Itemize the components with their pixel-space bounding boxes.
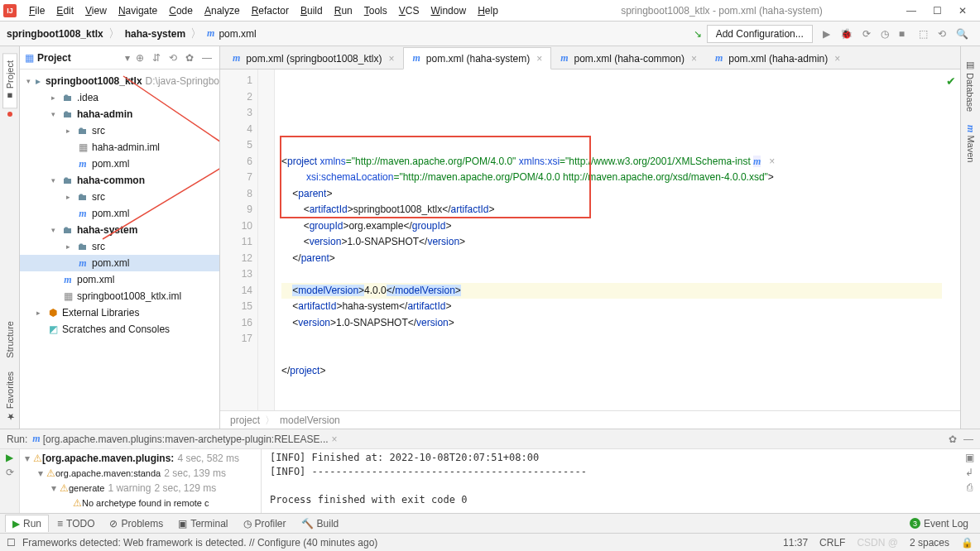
run-tree-node[interactable]: ⚠ No archetype found in remote c <box>20 496 261 510</box>
menu-edit[interactable]: Edit <box>50 2 79 19</box>
tree-node[interactable]: mpom.xml <box>20 156 219 172</box>
run-task-name[interactable]: [org.apache.maven.plugins:maven-archetyp… <box>43 434 329 445</box>
tree-node[interactable]: ▸⬢External Libraries <box>20 304 219 321</box>
menu-tools[interactable]: Tools <box>358 2 393 19</box>
breadcrumb[interactable]: springboot1008_ktlx 〉 haha-system 〉 m po… <box>7 26 257 41</box>
bottom-tab-profiler[interactable]: ◷ Profiler <box>237 515 293 532</box>
stop-icon[interactable]: ■ <box>896 26 907 42</box>
tree-node[interactable]: ▸🖿src <box>20 189 219 205</box>
hammer-icon[interactable]: ↘ <box>691 26 704 42</box>
tree-node[interactable]: ▦haha-admin.iml <box>20 139 219 156</box>
close-icon[interactable]: ✕ <box>958 5 967 17</box>
minimize-icon[interactable]: — <box>906 5 916 17</box>
tree-node[interactable]: ▦springboot1008_ktlx.iml <box>20 288 219 304</box>
tree-node[interactable]: mpom.xml <box>20 271 219 288</box>
tree-node[interactable]: ◩Scratches and Consoles <box>20 321 219 338</box>
run-output[interactable]: [INFO] Finished at: 2022-10-08T20:07:51+… <box>262 449 958 513</box>
menu-window[interactable]: Window <box>425 2 472 19</box>
run-settings-icon[interactable]: ✿ <box>949 434 957 445</box>
coverage-icon[interactable]: ⟳ <box>860 26 873 42</box>
tree-node[interactable]: ▾🖿haha-common <box>20 172 219 189</box>
favorites-toolwindow-tab[interactable]: ★ Favorites <box>2 365 17 429</box>
search-icon[interactable]: 🔍 <box>954 26 971 42</box>
tree-node[interactable]: ▾🖿haha-system <box>20 222 219 238</box>
tree-node[interactable]: ▸🖿.idea <box>20 89 219 106</box>
tree-node[interactable]: mpom.xml <box>20 205 219 222</box>
bottom-tab-problems[interactable]: ⊘ Problems <box>103 515 170 532</box>
run-icon[interactable]: ▶ <box>820 26 833 42</box>
status-watermark: CSDN @ <box>857 537 898 549</box>
editor-tab[interactable]: mpom.xml (haha-common)× <box>551 47 706 69</box>
run-tree-node[interactable]: ▾⚠ org.apache.maven:standa2 sec, 139 ms <box>20 466 261 481</box>
editor-tab[interactable]: mpom.xml (springboot1008_ktlx)× <box>223 47 403 69</box>
structure-toolwindow-tab[interactable]: Structure <box>3 314 17 365</box>
tree-root-path: D:\java-Springbo <box>146 75 219 87</box>
close-tab-icon[interactable]: × <box>834 53 840 65</box>
bookmark-icon[interactable] <box>7 112 12 117</box>
attach-icon[interactable]: ⟳ <box>6 467 14 478</box>
status-bar-icon[interactable]: ☐ <box>7 537 16 549</box>
tree-node[interactable]: ▾🖿haha-admin <box>20 106 219 122</box>
status-line-sep[interactable]: CRLF <box>819 537 845 549</box>
run-hide-icon[interactable]: — <box>963 434 973 445</box>
project-toolwindow-tab[interactable]: ■ Project <box>2 53 17 108</box>
status-indent[interactable]: 2 spaces <box>910 537 949 549</box>
menu-file[interactable]: File <box>23 2 50 19</box>
close-tab-icon[interactable]: × <box>691 53 697 65</box>
editor-tab[interactable]: mpom.xml (haha-system)× <box>403 47 551 69</box>
expand-icon[interactable]: ⟲ <box>166 52 180 64</box>
status-time: 11:37 <box>783 537 808 549</box>
menu-analyze[interactable]: Analyze <box>199 2 246 19</box>
database-toolwindow-tab[interactable]: ▤ Database <box>963 53 978 118</box>
menu-view[interactable]: View <box>79 2 113 19</box>
status-message[interactable]: Frameworks detected: Web framework is de… <box>22 537 377 549</box>
app-icon: IJ <box>3 4 17 17</box>
settings-icon[interactable]: ✿ <box>183 52 196 64</box>
menu-run[interactable]: Run <box>329 2 358 19</box>
editor-tab[interactable]: mpom.xml (haha-admin)× <box>706 47 849 69</box>
close-tab-icon[interactable]: × <box>536 53 542 65</box>
maven-toolwindow-tab[interactable]: m Maven <box>963 118 978 169</box>
soft-wrap-icon[interactable]: ↲ <box>965 467 973 478</box>
bottom-tab-todo[interactable]: ≡ TODO <box>50 515 101 532</box>
run-tree-node[interactable]: ▾⚠ [org.apache.maven.plugins:4 sec, 582 … <box>20 451 261 466</box>
hide-icon[interactable]: — <box>199 52 214 64</box>
tree-node[interactable]: mpom.xml <box>20 255 219 271</box>
debug-icon[interactable]: 🐞 <box>838 26 855 42</box>
update-icon[interactable]: ⟲ <box>935 26 949 42</box>
profile-icon[interactable]: ◷ <box>878 26 891 42</box>
tree-node[interactable]: ▸🖿src <box>20 122 219 139</box>
run-panel-label: Run: <box>7 434 27 445</box>
print-icon[interactable]: ⎙ <box>967 482 973 493</box>
locate-icon[interactable]: ⊕ <box>133 52 147 64</box>
menu-code[interactable]: Code <box>163 2 199 19</box>
editor-breadcrumb[interactable]: project〉modelVersion <box>220 410 960 429</box>
event-log-button[interactable]: 3 Event Log <box>903 515 975 532</box>
menu-build[interactable]: Build <box>295 2 329 19</box>
collapse-icon[interactable]: ⇵ <box>150 52 163 64</box>
inspection-ok-icon[interactable]: ✔ <box>946 74 956 88</box>
breadcrumb-module[interactable]: haha-system <box>125 28 185 40</box>
breadcrumb-root[interactable]: springboot1008_ktlx <box>7 28 103 40</box>
run-config-selector[interactable]: Add Configuration... <box>707 25 813 43</box>
tree-root[interactable]: ▾▸ springboot1008_ktlx D:\java-Springbo <box>20 73 219 89</box>
rerun-icon[interactable]: ▶ <box>6 452 13 463</box>
bottom-tab-run[interactable]: ▶Run <box>5 515 49 532</box>
bottom-tab-build[interactable]: 🔨 Build <box>295 515 346 532</box>
close-run-tab[interactable]: × <box>332 434 338 445</box>
menu-help[interactable]: Help <box>472 2 504 19</box>
menu-refactor[interactable]: Refactor <box>246 2 295 19</box>
tree-node[interactable]: ▸🖿src <box>20 238 219 255</box>
close-tab-icon[interactable]: × <box>388 53 394 65</box>
git-icon[interactable]: ⬚ <box>916 26 930 42</box>
menu-navigate[interactable]: Navigate <box>113 2 163 19</box>
breadcrumb-file[interactable]: pom.xml <box>219 28 256 40</box>
scroll-top-icon[interactable]: ▣ <box>965 452 974 463</box>
menu-vcs[interactable]: VCS <box>393 2 425 19</box>
run-tree-node[interactable]: ▾⚠ generate 1 warning2 sec, 129 ms <box>20 481 261 496</box>
status-lock-icon[interactable]: 🔒 <box>961 537 973 549</box>
project-view-dropdown[interactable]: ▾ <box>125 52 130 64</box>
bottom-tab-terminal[interactable]: ▣ Terminal <box>171 515 234 532</box>
project-view-label[interactable]: Project <box>37 52 122 64</box>
maximize-icon[interactable]: ☐ <box>933 5 942 17</box>
